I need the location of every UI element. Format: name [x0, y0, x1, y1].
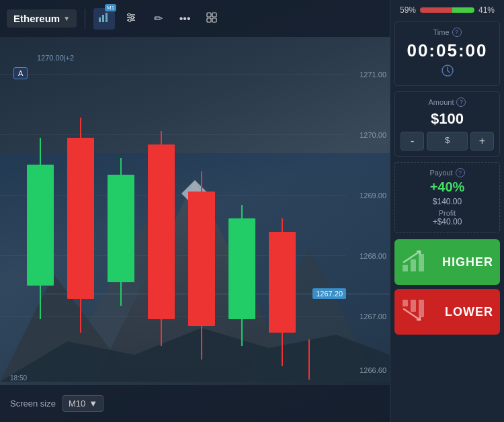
- y-label-3: 1269.00: [360, 192, 386, 200]
- svg-rect-40: [419, 254, 424, 271]
- y-axis: 1271.00 1270.00 1269.00 1268.00 1267.00 …: [346, 37, 390, 382]
- draw-button[interactable]: ✏: [147, 8, 169, 30]
- chart-type-button[interactable]: M1: [93, 8, 115, 30]
- asset-selector[interactable]: Ethereum ▼: [7, 9, 77, 28]
- time-label: Time: [433, 28, 449, 36]
- progress-right-pct: 41%: [478, 5, 497, 15]
- svg-rect-41: [403, 300, 408, 306]
- payout-amount: $140.00: [401, 197, 494, 206]
- svg-rect-19: [212, 18, 216, 22]
- svg-rect-17: [212, 13, 216, 17]
- screen-size-arrow: ▼: [89, 398, 97, 409]
- bottom-bar: Screen size M10 ▼: [0, 385, 390, 422]
- amount-plus-button[interactable]: +: [470, 132, 494, 151]
- chart-area: Ethereum ▼ M1: [0, 0, 390, 422]
- progress-fill-green: [452, 7, 474, 13]
- higher-icon: [401, 249, 425, 276]
- y-label-5: 1267.00: [360, 312, 386, 321]
- candlestick-chart: [10, 37, 346, 386]
- payout-profit-label: Profit: [401, 209, 494, 217]
- payout-pct: +40%: [401, 179, 494, 195]
- chart-annotation-a: A: [13, 67, 28, 79]
- progress-track: [420, 7, 474, 13]
- more-icon: •••: [179, 13, 191, 25]
- progress-bar-container: 59% 41%: [390, 0, 504, 19]
- svg-point-13: [128, 13, 130, 16]
- payout-label-row: Payout ?: [401, 168, 494, 177]
- top-bar: Ethereum ▼ M1: [0, 0, 390, 37]
- svg-rect-27: [148, 144, 175, 319]
- y-label-6: 1266.60: [360, 366, 386, 374]
- time-info-icon[interactable]: ?: [452, 28, 462, 37]
- y-label-1: 1271.00: [360, 71, 386, 79]
- more-button[interactable]: •••: [174, 8, 196, 30]
- amount-info-icon[interactable]: ?: [456, 97, 466, 107]
- time-section: Time ? 00:05:00: [394, 22, 500, 86]
- svg-rect-16: [207, 13, 211, 17]
- amount-currency-button[interactable]: $: [427, 132, 468, 151]
- svg-rect-9: [106, 13, 108, 22]
- svg-rect-18: [207, 18, 211, 22]
- amount-label: Amount: [429, 98, 454, 106]
- screen-size-select[interactable]: M10 ▼: [62, 395, 103, 412]
- chart-data-label: 1270.00|+2: [37, 54, 74, 62]
- screen-size-label: Screen size: [10, 398, 56, 409]
- svg-point-15: [128, 19, 131, 22]
- time-display: 00:05:00: [401, 40, 494, 61]
- clock-icon[interactable]: [401, 64, 494, 80]
- svg-rect-29: [188, 192, 215, 326]
- y-label-4: 1268.00: [360, 252, 386, 260]
- svg-rect-43: [419, 300, 424, 317]
- payout-label: Payout: [429, 169, 452, 177]
- chart-icon: [98, 11, 110, 26]
- svg-rect-21: [27, 165, 54, 286]
- payout-info-icon[interactable]: ?: [456, 168, 465, 177]
- toolbar-sep-1: [85, 9, 85, 29]
- amount-label-row: Amount ?: [401, 97, 494, 107]
- chart-time-left: 18:50: [10, 374, 27, 382]
- svg-line-37: [448, 71, 450, 73]
- lower-icon: [401, 298, 425, 325]
- progress-left-pct: 59%: [397, 5, 416, 15]
- right-panel: 59% 41% Time ? 00:05:00 Amount ? $100: [390, 0, 504, 422]
- timeframe-badge: M1: [105, 4, 116, 11]
- amount-section: Amount ? $100 - $ +: [394, 91, 500, 157]
- svg-point-14: [131, 16, 134, 19]
- asset-name: Ethereum: [13, 13, 60, 24]
- amount-display: $100: [401, 110, 494, 128]
- grid-button[interactable]: [201, 8, 222, 30]
- higher-label: HIGHER: [442, 255, 493, 269]
- svg-rect-31: [228, 218, 255, 319]
- svg-rect-7: [99, 17, 101, 22]
- pencil-icon: ✏: [154, 12, 163, 25]
- higher-button[interactable]: HIGHER: [394, 239, 500, 285]
- asset-dropdown-arrow: ▼: [63, 15, 70, 22]
- svg-rect-33: [269, 232, 296, 333]
- settings-icon: [125, 11, 137, 26]
- time-label-row: Time ?: [401, 28, 494, 37]
- progress-fill-red: [420, 7, 452, 13]
- lower-label: LOWER: [445, 305, 493, 319]
- y-label-2: 1270.00: [360, 131, 386, 139]
- payout-section: Payout ? +40% $140.00 Profit +$40.00: [394, 162, 500, 233]
- svg-rect-23: [67, 138, 94, 299]
- lower-button[interactable]: LOWER: [394, 289, 500, 335]
- svg-rect-25: [108, 175, 134, 282]
- svg-rect-42: [411, 300, 416, 312]
- svg-rect-8: [102, 15, 104, 22]
- payout-profit-value: +$40.00: [401, 217, 494, 226]
- screen-size-value: M10: [69, 398, 85, 409]
- settings-button[interactable]: [120, 8, 142, 30]
- amount-controls: - $ +: [401, 132, 494, 151]
- svg-rect-39: [411, 259, 416, 271]
- amount-minus-button[interactable]: -: [401, 132, 424, 151]
- svg-rect-38: [403, 265, 408, 271]
- grid-icon: [206, 11, 218, 26]
